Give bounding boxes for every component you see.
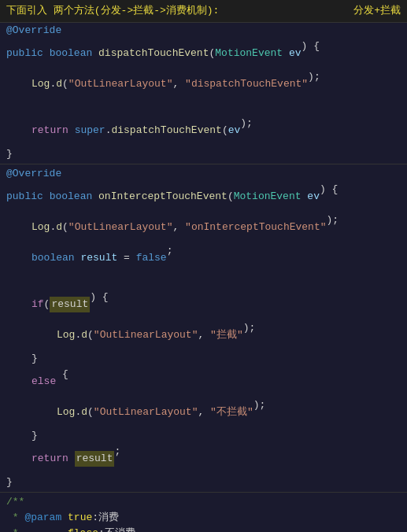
line-else-1: else { bbox=[0, 367, 407, 397]
header-title: 下面引入 两个方法(分发->拦截->消费机制): bbox=[6, 3, 219, 19]
line-close-1: } bbox=[0, 146, 407, 162]
line-return-super: return super.dispatchTouchEvent(ev); bbox=[0, 116, 407, 146]
line-comment-2: * @param true:消费 bbox=[0, 510, 407, 526]
line-intercept-sig: public boolean onInterceptTouchEvent(Mot… bbox=[0, 182, 407, 212]
line-dispatch-sig: public boolean dispatchTouchEvent(Motion… bbox=[0, 39, 407, 69]
line-log-intercept: Log.d("OutLinearLayout", "onInterceptTou… bbox=[0, 212, 407, 243]
section-divider-2 bbox=[0, 492, 407, 493]
header-right: 分发+拦截 bbox=[353, 3, 401, 19]
line-close-2: } bbox=[0, 475, 407, 490]
line-override-1: @Override bbox=[0, 23, 407, 39]
line-close-else-1: } bbox=[0, 428, 407, 444]
code-area: @Override public boolean dispatchTouchEv… bbox=[0, 23, 407, 533]
line-log-lanjie: Log.d("OutLinearLayout", "拦截"); bbox=[0, 320, 407, 351]
header-bar: 下面引入 两个方法(分发->拦截->消费机制): 分发+拦截 bbox=[0, 0, 407, 23]
line-blank-2 bbox=[0, 274, 407, 290]
line-log-bulanjie: Log.d("OutLinearLayout", "不拦截"); bbox=[0, 397, 407, 428]
line-override-2: @Override bbox=[0, 166, 407, 182]
line-boolean-result-false: boolean result = false; bbox=[0, 243, 407, 274]
line-close-if-1: } bbox=[0, 351, 407, 367]
line-return-result-1: return result; bbox=[0, 444, 407, 475]
line-if-result-1: if(result) { bbox=[0, 290, 407, 320]
line-blank-1 bbox=[0, 100, 407, 116]
line-comment-1: /** bbox=[0, 494, 407, 510]
section-divider-1 bbox=[0, 164, 407, 164]
line-log-dispatch: Log.d("OutLinearLayout", "dispatchTouchE… bbox=[0, 69, 407, 100]
line-comment-3: * flase:不消费 bbox=[0, 526, 407, 533]
